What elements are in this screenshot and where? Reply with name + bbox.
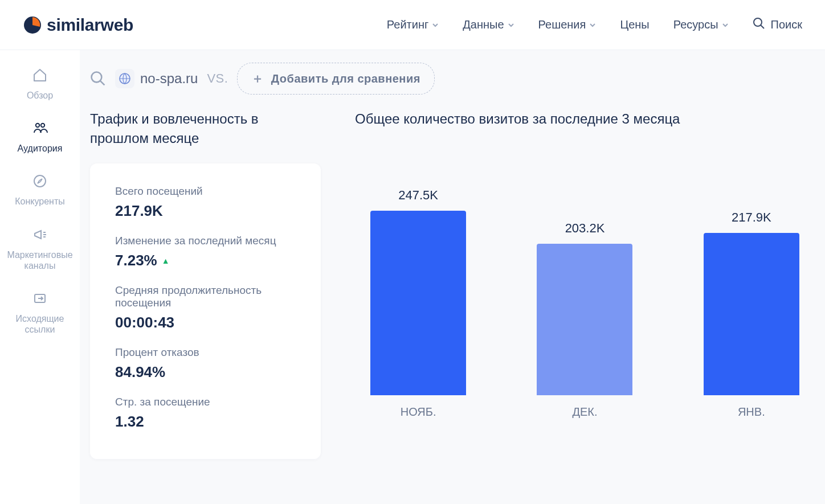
svg-point-4 xyxy=(41,124,44,127)
sidebar-item-overview[interactable]: Обзор xyxy=(6,67,74,101)
engagement-panel: Трафик и вовлеченность в прошлом месяце … xyxy=(90,109,321,459)
topbar: similarweb Рейтинг Данные Решения Цены Р… xyxy=(0,0,825,50)
metric-avg-duration: Средняя продолжительность посещения 00:0… xyxy=(115,284,296,331)
sidebar-item-competitors[interactable]: Конкуренты xyxy=(6,173,74,207)
metric-value: 84.94% xyxy=(115,363,296,381)
sidebar-label: Конкуренты xyxy=(15,196,65,207)
bar[interactable] xyxy=(370,211,466,395)
bar-value-label: 217.9K xyxy=(732,210,771,225)
bar-column: 217.9K xyxy=(694,145,809,395)
svg-point-1 xyxy=(754,18,762,26)
vs-label: VS. xyxy=(207,71,228,86)
external-link-icon xyxy=(32,290,48,309)
metric-label: Всего посещений xyxy=(115,185,296,198)
metric-bounce-rate: Процент отказов 84.94% xyxy=(115,346,296,381)
chevron-down-icon xyxy=(589,18,596,31)
visits-chart-panel: Общее количество визитов за последние 3 … xyxy=(355,109,815,459)
svg-line-8 xyxy=(100,81,105,85)
nav-label: Ресурсы xyxy=(673,18,718,31)
nav-label: Решения xyxy=(538,18,586,31)
megaphone-icon xyxy=(32,227,48,245)
add-compare-button[interactable]: ＋ Добавить для сравнения xyxy=(237,63,435,95)
sidebar-item-audience[interactable]: Аудитория xyxy=(6,120,74,154)
sidebar-item-marketing[interactable]: Маркетинговые каналы xyxy=(6,227,74,271)
domain-chip[interactable]: no-spa.ru xyxy=(115,69,198,88)
sidebar-label: Маркетинговые каналы xyxy=(6,249,74,271)
bar-column: 203.2K xyxy=(527,145,642,395)
compass-icon xyxy=(32,173,48,191)
nav-pricing[interactable]: Цены xyxy=(620,18,649,31)
nav-data[interactable]: Данные xyxy=(463,18,514,31)
metric-total-visits: Всего посещений 217.9K xyxy=(115,185,296,220)
domain-name: no-spa.ru xyxy=(140,71,198,87)
compare-label: Добавить для сравнения xyxy=(271,72,420,85)
plus-icon: ＋ xyxy=(251,70,264,87)
svg-line-2 xyxy=(761,25,764,28)
metric-value-text: 7.23% xyxy=(115,252,157,269)
nav-resources[interactable]: Ресурсы xyxy=(673,18,729,31)
metric-value: 1.32 xyxy=(115,413,296,431)
chevron-down-icon xyxy=(722,18,729,31)
nav-label: Данные xyxy=(463,18,504,31)
sidebar: Обзор Аудитория Конкуренты Мар xyxy=(0,50,80,504)
bar[interactable] xyxy=(704,233,799,395)
search-label: Поиск xyxy=(771,18,802,31)
sidebar-item-outgoing[interactable]: Исходящие ссылки xyxy=(6,290,74,335)
nav-solutions[interactable]: Решения xyxy=(538,18,597,31)
svg-point-3 xyxy=(36,124,39,127)
metric-label: Процент отказов xyxy=(115,346,296,359)
metric-label: Стр. за посещение xyxy=(115,396,296,408)
sidebar-label: Исходящие ссылки xyxy=(6,313,74,335)
metric-month-change: Изменение за последний месяц 7.23% ▲ xyxy=(115,235,296,269)
sidebar-label: Аудитория xyxy=(18,143,63,154)
svg-point-7 xyxy=(92,72,102,83)
metric-label: Изменение за последний месяц xyxy=(115,235,296,247)
x-axis-label: ЯНВ. xyxy=(694,405,809,419)
bar-value-label: 247.5K xyxy=(398,188,438,203)
metric-value: 217.9K xyxy=(115,202,296,220)
logo-icon xyxy=(23,15,42,35)
metric-value: 7.23% ▲ xyxy=(115,252,296,269)
main: no-spa.ru VS. ＋ Добавить для сравнения Т… xyxy=(80,50,825,504)
chevron-down-icon xyxy=(508,18,514,31)
panel-title: Общее количество визитов за последние 3 … xyxy=(355,109,815,129)
search-button[interactable]: Поиск xyxy=(753,17,802,32)
bar-chart: 247.5K203.2K217.9K НОЯБ.ДЕК.ЯНВ. xyxy=(355,145,815,419)
search-icon xyxy=(753,17,765,32)
metrics-card: Всего посещений 217.9K Изменение за посл… xyxy=(90,163,321,459)
globe-icon xyxy=(115,69,134,88)
svg-point-5 xyxy=(34,175,46,187)
chevron-down-icon xyxy=(432,18,439,31)
bar-value-label: 203.2K xyxy=(565,221,605,236)
top-nav: Рейтинг Данные Решения Цены Ресурсы Поис… xyxy=(387,17,802,32)
panel-title: Трафик и вовлеченность в прошлом месяце xyxy=(90,109,321,147)
metric-pages-per-visit: Стр. за посещение 1.32 xyxy=(115,396,296,431)
nav-label: Цены xyxy=(620,18,649,31)
logo[interactable]: similarweb xyxy=(23,15,133,35)
sidebar-label: Обзор xyxy=(27,90,53,101)
trend-up-icon: ▲ xyxy=(162,256,170,265)
bar[interactable] xyxy=(537,244,632,395)
home-icon xyxy=(32,67,48,85)
logo-text: similarweb xyxy=(47,15,133,35)
metric-value: 00:00:43 xyxy=(115,314,296,331)
context-bar: no-spa.ru VS. ＋ Добавить для сравнения xyxy=(80,50,825,109)
nav-label: Рейтинг xyxy=(387,18,428,31)
context-search-button[interactable] xyxy=(90,71,106,87)
bar-column: 247.5K xyxy=(361,145,476,395)
users-icon xyxy=(32,120,48,138)
x-axis-label: НОЯБ. xyxy=(361,405,476,419)
nav-ranking[interactable]: Рейтинг xyxy=(387,18,439,31)
metric-label: Средняя продолжительность посещения xyxy=(115,284,296,309)
x-axis-label: ДЕК. xyxy=(527,405,642,419)
